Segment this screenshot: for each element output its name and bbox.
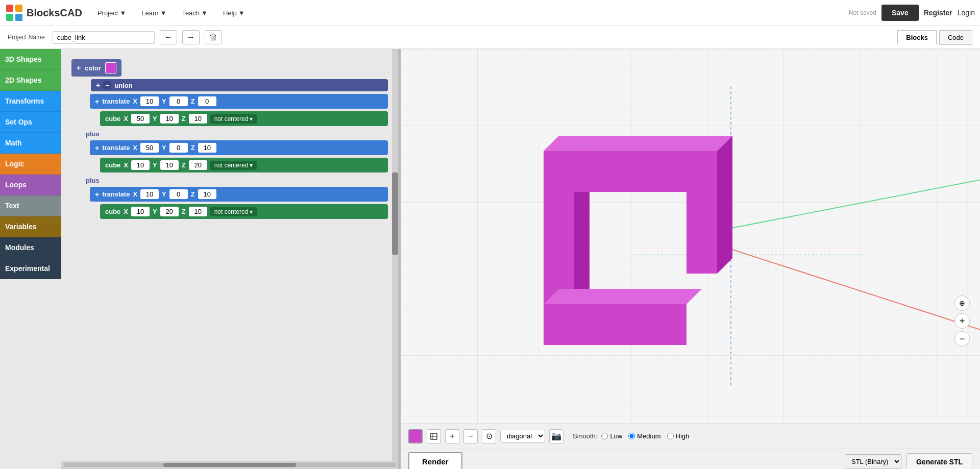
cube-3-x[interactable] bbox=[131, 207, 150, 216]
toolbar: Project Name ← → 🗑 Blocks Code bbox=[0, 26, 980, 49]
viewport: ⊕ + − + − ⊙ diagonal top front bbox=[401, 49, 980, 469]
smooth-label: Smooth: bbox=[573, 432, 597, 440]
register-button[interactable]: Register bbox=[924, 9, 952, 17]
project-name-input[interactable] bbox=[53, 31, 155, 44]
smooth-high-radio[interactable] bbox=[667, 433, 674, 439]
svg-marker-21 bbox=[544, 289, 702, 304]
smooth-medium[interactable]: Medium bbox=[628, 432, 660, 440]
translate-2-z[interactable] bbox=[198, 143, 216, 153]
zoom-in-ctrl-button[interactable]: + bbox=[445, 429, 459, 443]
translate-1-z[interactable] bbox=[198, 96, 216, 106]
color-expand-icon[interactable]: + bbox=[77, 64, 81, 72]
sidebar-item-logic[interactable]: Logic bbox=[0, 154, 61, 175]
translate-2-expand[interactable]: + bbox=[95, 144, 99, 152]
view-tabs: Blocks Code bbox=[897, 30, 972, 45]
chevron-down-icon: ▼ bbox=[238, 9, 245, 17]
cube-3-centered-dropdown[interactable]: not centered ▾ bbox=[210, 207, 257, 216]
translate-1-y[interactable] bbox=[169, 96, 188, 106]
cube-2-y[interactable] bbox=[160, 160, 179, 170]
sidebar-item-variables[interactable]: Variables bbox=[0, 216, 61, 237]
translate-3-x[interactable] bbox=[140, 189, 159, 199]
nav-help[interactable]: Help ▼ bbox=[218, 6, 250, 20]
sidebar-item-loops[interactable]: Loops bbox=[0, 175, 61, 195]
cube-2-centered-dropdown[interactable]: not centered ▾ bbox=[210, 161, 257, 170]
cube-2-z[interactable] bbox=[189, 160, 207, 170]
blocks-scroll-track bbox=[64, 463, 396, 467]
union-expand-icon[interactable]: + bbox=[96, 81, 100, 89]
translate-2-y[interactable] bbox=[169, 143, 188, 153]
cube-3-y[interactable] bbox=[160, 207, 179, 216]
translate-1-expand[interactable]: + bbox=[95, 97, 99, 106]
screenshot-button[interactable]: 📷 bbox=[549, 429, 564, 443]
nav-project[interactable]: Project ▼ bbox=[92, 6, 131, 20]
translate-3-z[interactable] bbox=[198, 189, 216, 199]
fit-icon bbox=[430, 432, 438, 440]
viewport-controls: + − ⊙ diagonal top front side iso 📷 Smoo… bbox=[401, 423, 980, 449]
main-layout: 3D Shapes 2D Shapes Transforms Set Ops M… bbox=[0, 49, 980, 469]
union-minus-icon[interactable]: − bbox=[103, 81, 111, 89]
generate-stl-button[interactable]: Generate STL bbox=[906, 453, 972, 470]
cube-2-x[interactable] bbox=[131, 160, 150, 170]
cube-1-wrapper: cube X Y Z not centered ▾ bbox=[90, 111, 388, 126]
delete-button[interactable]: 🗑 bbox=[205, 30, 222, 44]
translate-2-x[interactable] bbox=[140, 143, 159, 153]
cube-1-z[interactable] bbox=[189, 114, 207, 124]
login-button[interactable]: Login bbox=[958, 9, 975, 17]
nav-teach[interactable]: Teach ▼ bbox=[177, 6, 213, 20]
translate-1-x[interactable] bbox=[140, 96, 159, 106]
sidebar-item-3d-shapes[interactable]: 3D Shapes bbox=[0, 49, 61, 70]
viewport-color-swatch[interactable] bbox=[408, 429, 423, 443]
center-view-button[interactable]: ⊕ bbox=[954, 295, 970, 311]
translate-2-block: + translate X Y Z bbox=[90, 140, 388, 155]
blocks-vertical-scrollbar[interactable] bbox=[392, 49, 398, 461]
redo-button[interactable]: → bbox=[182, 30, 200, 44]
color-block-container: + color + − union + translate bbox=[71, 59, 388, 219]
translate-1-wrapper: + translate X Y Z cube X bbox=[90, 94, 388, 126]
smooth-low-radio[interactable] bbox=[601, 433, 608, 439]
sidebar-item-text[interactable]: Text bbox=[0, 195, 61, 216]
sidebar-item-modules[interactable]: Modules bbox=[0, 237, 61, 258]
translate-3-y[interactable] bbox=[169, 189, 188, 199]
render-button[interactable]: Render bbox=[408, 452, 462, 469]
chevron-down-icon: ▾ bbox=[250, 162, 253, 169]
blocks-horizontal-scrollbar[interactable] bbox=[61, 461, 398, 469]
viewport-canvas[interactable]: ⊕ + − bbox=[401, 49, 980, 423]
save-button[interactable]: Save bbox=[881, 5, 919, 21]
3d-shape-svg bbox=[401, 49, 980, 423]
union-block-wrapper: + − union + translate X Y Z bbox=[81, 79, 388, 219]
view-direction-select[interactable]: diagonal top front side iso bbox=[500, 430, 545, 442]
cube-1-x[interactable] bbox=[131, 114, 150, 124]
sidebar-item-2d-shapes[interactable]: 2D Shapes bbox=[0, 70, 61, 91]
blocks-scroll-thumb[interactable] bbox=[163, 463, 296, 467]
zoom-out-button[interactable]: − bbox=[954, 331, 970, 347]
plus-2-row: plus bbox=[81, 130, 388, 138]
color-picker-swatch[interactable] bbox=[105, 62, 116, 73]
tab-code[interactable]: Code bbox=[939, 30, 972, 45]
cube-3-block: cube X Y Z not centered ▾ bbox=[100, 204, 388, 219]
svg-rect-0 bbox=[6, 5, 13, 12]
sidebar-item-set-ops[interactable]: Set Ops bbox=[0, 112, 61, 133]
smooth-high[interactable]: High bbox=[667, 432, 690, 440]
cube-3-z[interactable] bbox=[189, 207, 207, 216]
zoom-in-button[interactable]: + bbox=[954, 313, 970, 329]
translate-1-block: + translate X Y Z bbox=[90, 94, 388, 109]
smooth-low[interactable]: Low bbox=[601, 432, 622, 440]
sidebar-item-math[interactable]: Math bbox=[0, 133, 61, 154]
blocks-canvas[interactable]: + color + − union + translate bbox=[61, 49, 398, 454]
rotate-button[interactable]: ⊙ bbox=[482, 429, 496, 443]
translate-3-expand[interactable]: + bbox=[95, 190, 99, 199]
chevron-down-icon: ▼ bbox=[119, 9, 126, 17]
tab-blocks[interactable]: Blocks bbox=[897, 30, 937, 45]
nav-right: Not saved Save Register Login bbox=[849, 5, 975, 21]
sidebar-item-experimental[interactable]: Experimental bbox=[0, 258, 61, 279]
zoom-out-ctrl-button[interactable]: − bbox=[463, 429, 478, 443]
nav-learn[interactable]: Learn ▼ bbox=[136, 6, 172, 20]
smooth-medium-radio[interactable] bbox=[628, 433, 635, 439]
fit-view-button[interactable] bbox=[427, 429, 441, 443]
cube-1-y[interactable] bbox=[160, 114, 179, 124]
logo[interactable]: BlocksCAD bbox=[5, 4, 82, 22]
sidebar-item-transforms[interactable]: Transforms bbox=[0, 91, 61, 112]
cube-1-centered-dropdown[interactable]: not centered ▾ bbox=[210, 114, 257, 124]
stl-format-select[interactable]: STL (Binary) STL (ASCII) OpenSCAD bbox=[845, 454, 901, 469]
undo-button[interactable]: ← bbox=[160, 30, 177, 44]
